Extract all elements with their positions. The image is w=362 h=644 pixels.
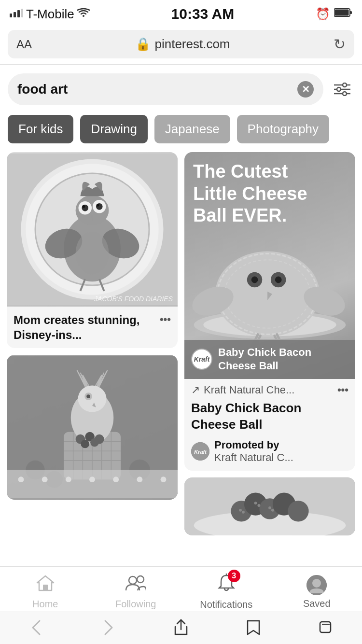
user-avatar xyxy=(306,575,327,595)
filter-tag-photography[interactable]: Photography xyxy=(237,115,329,143)
wifi-icon xyxy=(77,7,90,21)
safari-tabs-button[interactable] xyxy=(306,619,345,636)
svg-point-58 xyxy=(89,477,95,483)
home-icon xyxy=(36,574,55,596)
safari-share-button[interactable] xyxy=(162,619,200,636)
pin-column-left: JACOB'S FOOD DIARIES ••• Mom creates stu… xyxy=(7,152,178,535)
pin-image-chicken: JACOB'S FOOD DIARIES xyxy=(7,152,178,307)
svg-rect-89 xyxy=(43,585,48,590)
home-label: Home xyxy=(32,599,58,610)
notification-badge: 3 xyxy=(228,570,240,582)
pin-card-berries[interactable] xyxy=(184,477,355,535)
saved-label: Saved xyxy=(303,598,331,609)
svg-point-56 xyxy=(42,477,48,483)
promoted-more-button[interactable]: ••• xyxy=(337,384,348,396)
filter-tag-forkids[interactable]: For kids xyxy=(8,115,73,143)
svg-rect-96 xyxy=(322,624,330,625)
svg-point-57 xyxy=(66,477,71,483)
filter-button[interactable] xyxy=(330,77,354,101)
svg-point-86 xyxy=(257,504,260,507)
svg-rect-6 xyxy=(350,11,352,14)
pin-more-button[interactable]: ••• xyxy=(160,313,171,326)
nav-item-saved[interactable]: Saved xyxy=(272,575,362,609)
filter-tags-row: For kids Drawing Japanese Photography xyxy=(0,111,362,152)
svg-point-94 xyxy=(312,579,321,588)
pin-promoted-title: Baby Chick Bacon Cheese Ball xyxy=(184,398,355,437)
promoted-source-row: ↗ Kraft Natural Che... ••• xyxy=(184,379,355,398)
svg-point-91 xyxy=(137,576,144,583)
pin-card-cheeseball[interactable]: The Cutest Little Cheese Ball EVER. xyxy=(184,152,355,471)
following-label: Following xyxy=(115,599,156,610)
promoted-by-row: Kraft Promoted by Kraft Natural C... xyxy=(184,437,355,471)
svg-text:Kraft: Kraft xyxy=(194,449,207,455)
search-clear-button[interactable]: ✕ xyxy=(297,81,314,98)
filter-tag-japanese[interactable]: Japanese xyxy=(154,115,230,143)
nav-item-notifications[interactable]: 3 Notifications xyxy=(181,574,272,610)
promoted-arrow-icon: ↗ xyxy=(191,384,200,396)
svg-point-52 xyxy=(81,440,89,448)
safari-forward-button[interactable] xyxy=(89,619,128,636)
svg-point-48 xyxy=(86,395,90,399)
pin-column-right: The Cutest Little Cheese Ball EVER. xyxy=(184,152,355,535)
url-display[interactable]: 🔒 pinterest.com xyxy=(38,37,328,52)
svg-rect-0 xyxy=(10,14,12,17)
lock-icon: 🔒 xyxy=(135,37,151,52)
search-bar[interactable]: food art ✕ xyxy=(8,73,323,105)
svg-point-30 xyxy=(76,232,109,275)
safari-back-button[interactable] xyxy=(17,619,56,636)
text-size-control[interactable]: AA xyxy=(16,38,32,51)
alarm-icon: ⏰ xyxy=(316,7,330,21)
kraft-logo: Kraft xyxy=(191,349,212,370)
svg-point-87 xyxy=(268,506,271,509)
svg-point-70 xyxy=(275,277,282,283)
svg-point-69 xyxy=(251,277,258,283)
url-bar[interactable]: AA 🔒 pinterest.com ↻ xyxy=(8,30,354,58)
promoted-source-name: Kraft Natural Che... xyxy=(204,384,334,396)
svg-point-88 xyxy=(271,509,274,512)
svg-rect-1 xyxy=(14,12,16,17)
kraft-product-text: Baby Chick BaconCheese Ball xyxy=(218,346,311,373)
promoted-by-label: Promoted by xyxy=(214,439,279,451)
svg-point-61 xyxy=(161,477,167,483)
status-time: 10:33 AM xyxy=(171,6,235,22)
svg-point-55 xyxy=(18,477,24,483)
svg-rect-3 xyxy=(21,9,23,17)
pin-image-pineapple xyxy=(7,355,178,500)
reload-button[interactable]: ↻ xyxy=(334,36,346,53)
pin-card-chicken[interactable]: JACOB'S FOOD DIARIES ••• Mom creates stu… xyxy=(7,152,178,348)
pin-grid: JACOB'S FOOD DIARIES ••• Mom creates stu… xyxy=(0,152,362,535)
svg-point-83 xyxy=(239,509,242,512)
carrier-label: T-Mobile xyxy=(26,7,74,22)
nav-item-home[interactable]: Home xyxy=(0,574,91,610)
svg-point-10 xyxy=(337,87,341,91)
svg-rect-95 xyxy=(320,622,331,632)
kraft-logo-text: Kraft xyxy=(194,355,210,363)
url-text: pinterest.com xyxy=(154,37,230,52)
svg-point-45 xyxy=(78,386,107,412)
svg-point-12 xyxy=(343,92,347,96)
watermark-text: JACOB'S FOOD DIARIES xyxy=(94,295,173,303)
pin-card-pineapple[interactable] xyxy=(7,355,178,500)
kraft-avatar: Kraft xyxy=(191,442,209,461)
svg-rect-54 xyxy=(7,470,178,499)
status-left: T-Mobile xyxy=(10,7,90,22)
safari-bottom-bar xyxy=(0,612,362,644)
svg-point-53 xyxy=(90,438,99,447)
pin-title-chicken: Mom creates stunning, Disney-ins... xyxy=(14,312,171,342)
safari-bookmarks-button[interactable] xyxy=(234,619,273,636)
status-bar: T-Mobile 10:33 AM ⏰ xyxy=(0,0,362,26)
bottom-nav: Home Following 3 Notifications xyxy=(0,566,362,615)
search-text: food art xyxy=(17,82,292,97)
search-section: food art ✕ xyxy=(0,65,362,111)
filter-tag-drawing[interactable]: Drawing xyxy=(80,115,147,143)
svg-point-82 xyxy=(288,501,308,521)
nav-item-following[interactable]: Following xyxy=(91,574,181,610)
promoted-by-text: Promoted by Kraft Natural C... xyxy=(214,439,293,464)
pin-grid-wrapper: JACOB'S FOOD DIARIES ••• Mom creates stu… xyxy=(0,152,362,613)
svg-point-84 xyxy=(242,510,245,513)
svg-rect-2 xyxy=(17,10,20,17)
notifications-icon: 3 xyxy=(217,574,236,596)
promoted-by-name: Kraft Natural C... xyxy=(214,451,293,463)
battery-icon xyxy=(334,8,352,20)
saved-icon xyxy=(306,575,327,595)
